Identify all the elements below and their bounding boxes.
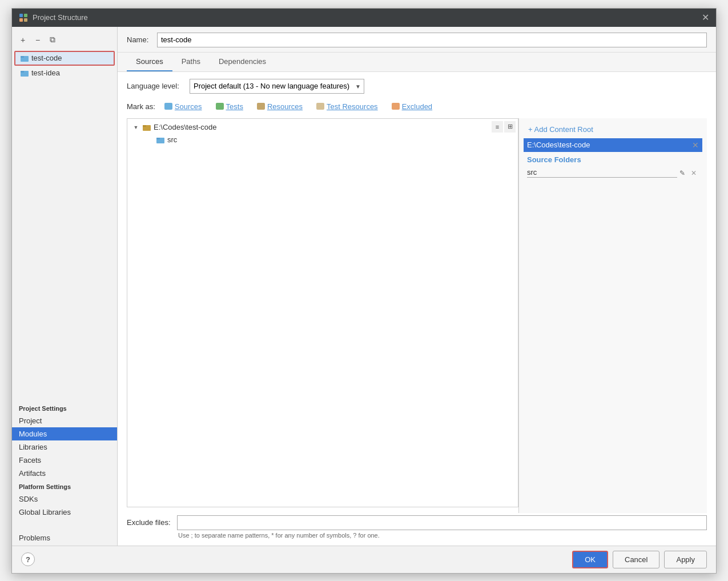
- sidebar-item-modules[interactable]: Modules: [12, 427, 117, 440]
- module-item-test-idea[interactable]: test-idea: [14, 66, 115, 81]
- tree-root-label: E:\Codes\test-code: [154, 123, 217, 131]
- name-input[interactable]: [157, 33, 707, 47]
- name-label: Name:: [127, 35, 152, 44]
- module-label-test-code: test-code: [31, 54, 62, 62]
- facets-label: Facets: [19, 456, 41, 464]
- remove-module-button[interactable]: −: [31, 34, 44, 46]
- tabs-row: Sources Paths Dependencies: [118, 53, 716, 72]
- mark-sources-label: Sources: [175, 102, 202, 111]
- mark-as-row: Mark as: Sources Tests Resources: [127, 101, 707, 113]
- name-row: Name:: [118, 27, 716, 53]
- cancel-button[interactable]: Cancel: [613, 551, 659, 568]
- tree-expand-icon: ▼: [132, 123, 140, 131]
- copy-module-button[interactable]: ⧉: [46, 34, 59, 46]
- mark-test-resources-button[interactable]: Test Resources: [312, 101, 383, 113]
- mark-sources-button[interactable]: Sources: [160, 101, 207, 113]
- ok-button[interactable]: OK: [572, 551, 608, 568]
- exclude-files-input[interactable]: [177, 515, 707, 530]
- mark-tests-label: Tests: [226, 102, 243, 111]
- remove-source-folder-button[interactable]: ✕: [689, 168, 699, 178]
- main-panel: Name: Sources Paths Dependencies Languag…: [118, 27, 716, 546]
- tree-src-label: src: [167, 135, 177, 144]
- tree-expand-leaf: [146, 136, 154, 144]
- resources-color-icon: [257, 103, 265, 110]
- close-button[interactable]: ✕: [702, 13, 709, 22]
- tab-sources[interactable]: Sources: [127, 53, 172, 71]
- tree-right-container: ▼ E:\Codes\test-code: [127, 118, 707, 513]
- help-button[interactable]: ?: [21, 552, 35, 566]
- exclude-files-label: Exclude files:: [127, 518, 172, 527]
- content-root-close-icon[interactable]: ✕: [692, 141, 699, 150]
- tree-expand-button[interactable]: ⊞: [504, 121, 516, 133]
- source-folder-item: src ✎ ✕: [524, 166, 702, 180]
- titlebar-left: Project Structure: [19, 13, 88, 22]
- svg-rect-3: [24, 18, 27, 22]
- mark-excluded-label: Excluded: [402, 102, 432, 111]
- sidebar-item-problems[interactable]: Problems: [12, 530, 117, 546]
- source-folder-actions: ✎ ✕: [677, 168, 699, 178]
- tree-toolbar: ≡ ⊞: [492, 121, 516, 133]
- sidebar-item-libraries[interactable]: Libraries: [12, 440, 117, 454]
- module-folder-icon: [20, 54, 29, 63]
- tab-dependencies[interactable]: Dependencies: [210, 53, 275, 71]
- libraries-label: Libraries: [19, 443, 47, 451]
- content-area: + − ⧉ test-code tes: [12, 27, 716, 546]
- source-folder-name: src: [527, 168, 677, 178]
- artifacts-label: Artifacts: [19, 469, 46, 478]
- mark-resources-button[interactable]: Resources: [252, 101, 307, 113]
- src-folder-icon: [156, 135, 165, 145]
- tree-src-item[interactable]: src: [127, 134, 518, 146]
- content-root-path: E:\Codes\test-code: [527, 141, 590, 149]
- titlebar: Project Structure ✕: [12, 9, 716, 27]
- tree-root-item[interactable]: ▼ E:\Codes\test-code: [127, 121, 518, 134]
- language-level-label: Language level:: [127, 82, 184, 90]
- module-main: Language level: Project default (13 - No…: [118, 72, 716, 546]
- global-libraries-label: Global Libraries: [19, 508, 71, 516]
- add-content-root-label: + Add Content Root: [528, 125, 593, 134]
- edit-source-folder-button[interactable]: ✎: [677, 168, 687, 178]
- svg-rect-9: [143, 125, 146, 127]
- sidebar-item-facets[interactable]: Facets: [12, 454, 117, 467]
- tests-color-icon: [216, 103, 224, 110]
- tree-area: ▼ E:\Codes\test-code: [127, 118, 518, 507]
- modules-label: Modules: [19, 430, 47, 438]
- svg-rect-7: [21, 71, 24, 73]
- bottom-bar: ? OK Cancel Apply: [12, 546, 716, 573]
- sidebar-item-sdks[interactable]: SDKs: [12, 492, 117, 506]
- project-structure-window: Project Structure ✕ + − ⧉ test-code: [11, 8, 717, 574]
- sidebar-item-project[interactable]: Project: [12, 414, 117, 427]
- sidebar-item-artifacts[interactable]: Artifacts: [12, 467, 117, 480]
- add-module-button[interactable]: +: [17, 34, 29, 46]
- module-item-test-code[interactable]: test-code: [14, 51, 115, 66]
- language-level-select[interactable]: Project default (13 - No new language fe…: [190, 79, 364, 94]
- exclude-row: Exclude files:: [127, 515, 707, 530]
- sidebar: + − ⧉ test-code tes: [12, 27, 118, 546]
- problems-label: Problems: [19, 534, 50, 542]
- mark-excluded-button[interactable]: Excluded: [387, 101, 437, 113]
- project-settings-label: Project Settings: [12, 402, 117, 414]
- svg-rect-2: [19, 18, 23, 22]
- project-label: Project: [19, 416, 42, 425]
- sidebar-item-global-libraries[interactable]: Global Libraries: [12, 506, 117, 519]
- source-folders-label: Source Folders: [524, 152, 702, 166]
- excluded-color-icon: [392, 103, 400, 110]
- apply-button[interactable]: Apply: [664, 551, 707, 568]
- mark-resources-label: Resources: [267, 102, 303, 111]
- platform-settings-label: Platform Settings: [12, 480, 117, 492]
- svg-rect-1: [24, 14, 27, 17]
- tree-collapse-button[interactable]: ≡: [492, 121, 503, 133]
- window-title: Project Structure: [33, 13, 88, 22]
- mark-as-label: Mark as:: [127, 102, 155, 111]
- svg-rect-5: [21, 56, 24, 58]
- mark-tests-button[interactable]: Tests: [211, 101, 248, 113]
- tab-paths[interactable]: Paths: [172, 53, 210, 71]
- tree-panel: ▼ E:\Codes\test-code: [127, 119, 518, 507]
- bottom-right-buttons: OK Cancel Apply: [572, 551, 707, 568]
- exclude-hint: Use ; to separate name patterns, * for a…: [127, 532, 707, 539]
- add-content-root-button[interactable]: + Add Content Root: [524, 123, 702, 136]
- language-level-select-wrapper: Project default (13 - No new language fe…: [190, 79, 364, 94]
- module-list: test-code test-idea: [12, 51, 117, 81]
- svg-rect-0: [19, 14, 23, 17]
- root-folder-icon: [142, 123, 151, 132]
- app-icon: [19, 13, 28, 22]
